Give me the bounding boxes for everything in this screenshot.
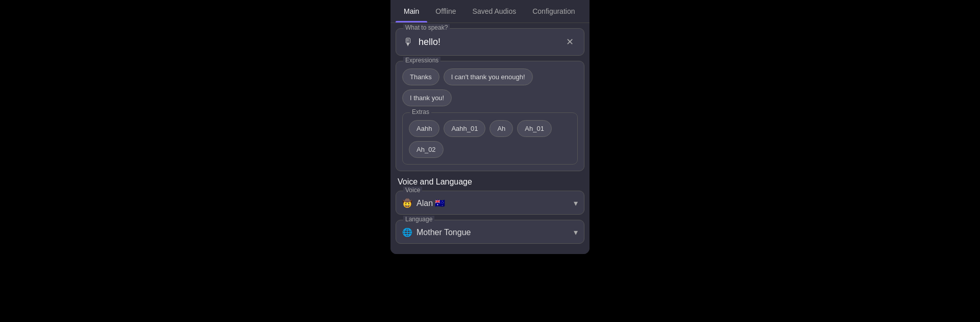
language-value-row: 🌐 Mother Tongue xyxy=(402,227,471,237)
tab-configuration[interactable]: Configuration xyxy=(524,0,583,22)
voice-emoji: 🤠 xyxy=(402,198,412,208)
voice-value: Alan 🇦🇺 xyxy=(416,198,445,208)
tab-offline[interactable]: Offline xyxy=(427,0,464,22)
speak-card: What to speak? 🎙 ✕ xyxy=(396,28,584,56)
language-chevron-icon: ▾ xyxy=(574,227,578,237)
extra-btn-aahh01[interactable]: Aahh_01 xyxy=(444,120,485,137)
speak-input[interactable] xyxy=(419,37,557,48)
extras-label: Extras xyxy=(410,108,431,116)
tab-main[interactable]: Main xyxy=(396,0,427,22)
expressions-row: Thanks I can't thank you enough! I thank… xyxy=(402,68,578,106)
language-emoji: 🌐 xyxy=(402,227,412,237)
voice-value-row: 🤠 Alan 🇦🇺 xyxy=(402,198,445,208)
extra-btn-ah[interactable]: Ah xyxy=(489,120,513,137)
expressions-card: Expressions Thanks I can't thank you eno… xyxy=(396,61,584,171)
extras-card: Extras Aahh Aahh_01 Ah Ah_01 Ah_02 xyxy=(402,112,578,165)
main-content: What to speak? 🎙 ✕ Expressions Thanks I … xyxy=(390,23,590,254)
language-dropdown-row[interactable]: 🌐 Mother Tongue ▾ xyxy=(402,227,578,237)
voice-language-title: Voice and Language xyxy=(398,177,584,187)
expr-btn-thanks[interactable]: Thanks xyxy=(402,68,439,85)
voice-chevron-icon: ▾ xyxy=(574,198,578,208)
voice-dropdown-row[interactable]: 🤠 Alan 🇦🇺 ▾ xyxy=(402,198,578,208)
extras-row: Aahh Aahh_01 Ah Ah_01 Ah_02 xyxy=(409,120,571,158)
mic-icon: 🎙 xyxy=(403,36,413,48)
language-dropdown-card: Language 🌐 Mother Tongue ▾ xyxy=(396,220,584,244)
tab-saved-audios[interactable]: Saved Audios xyxy=(464,0,525,22)
expr-btn-cant-thank[interactable]: I can't thank you enough! xyxy=(444,68,533,85)
language-label: Language xyxy=(403,216,434,223)
clear-button[interactable]: ✕ xyxy=(562,35,577,49)
app-container: Main Offline Saved Audios Configuration … xyxy=(390,0,590,254)
speak-label: What to speak? xyxy=(403,24,450,31)
voice-label: Voice xyxy=(403,187,422,194)
extra-btn-ah02[interactable]: Ah_02 xyxy=(409,141,444,158)
extra-btn-aahh[interactable]: Aahh xyxy=(409,120,439,137)
expressions-label: Expressions xyxy=(403,57,440,64)
voice-dropdown-card: Voice 🤠 Alan 🇦🇺 ▾ xyxy=(396,191,584,215)
expr-btn-i-thank[interactable]: I thank you! xyxy=(402,89,452,106)
extra-btn-ah01[interactable]: Ah_01 xyxy=(517,120,552,137)
voice-language-section: Voice and Language Voice 🤠 Alan 🇦🇺 ▾ Lan… xyxy=(396,177,584,244)
language-value: Mother Tongue xyxy=(416,228,471,237)
tabs-bar: Main Offline Saved Audios Configuration xyxy=(390,0,590,23)
speak-input-row: 🎙 ✕ xyxy=(403,35,577,49)
